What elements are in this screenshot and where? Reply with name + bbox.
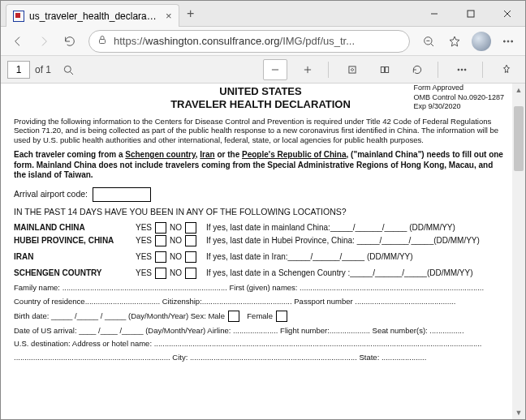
page-number-input[interactable] xyxy=(7,61,30,79)
svg-point-10 xyxy=(507,41,509,42)
arrival-airport-row: Arrival airport code: xyxy=(14,187,507,202)
scroll-up-icon[interactable]: ▲ xyxy=(512,84,525,96)
rotate-button[interactable] xyxy=(405,59,429,80)
line-residence: Country of residence....................… xyxy=(14,297,507,306)
more-actions-button[interactable] xyxy=(450,59,474,80)
row-mainland-china: MAINLAND CHINA YESNO If yes, last date i… xyxy=(14,222,507,234)
svg-rect-4 xyxy=(100,40,106,44)
china-yes-checkbox[interactable] xyxy=(155,222,166,234)
form-approval-block: Form Approved OMB Control No.0920-1287 E… xyxy=(413,84,504,112)
forward-button[interactable] xyxy=(32,30,56,53)
page-view-button[interactable] xyxy=(373,59,397,80)
svg-point-9 xyxy=(503,41,505,42)
schengen-yes-checkbox[interactable] xyxy=(155,268,166,279)
url-text: https://washington.consulfrance.org/IMG/… xyxy=(114,35,401,47)
zoom-in-button[interactable] xyxy=(295,59,320,80)
profile-avatar[interactable] xyxy=(472,32,491,51)
minimize-button[interactable] xyxy=(416,1,452,26)
svg-point-21 xyxy=(461,69,463,71)
sex-female-checkbox[interactable] xyxy=(276,311,287,322)
line-birth-sex: Birth date: _____ /_____ / _____ (Day/Mo… xyxy=(14,311,507,322)
svg-rect-1 xyxy=(468,11,474,17)
iran-yes-checkbox[interactable] xyxy=(155,251,166,263)
hubei-yes-checkbox[interactable] xyxy=(155,235,166,246)
close-window-button[interactable] xyxy=(489,1,525,26)
zoom-out-button[interactable] xyxy=(263,59,287,80)
svg-point-20 xyxy=(458,69,459,71)
scroll-down-icon[interactable]: ▼ xyxy=(512,406,525,419)
favorites-button[interactable] xyxy=(442,30,467,53)
find-button[interactable] xyxy=(56,58,80,81)
tab-title: us_traveler_health_declaration_1... xyxy=(29,11,159,22)
svg-point-11 xyxy=(511,41,513,42)
svg-rect-19 xyxy=(386,66,389,72)
favicon-icon xyxy=(13,11,24,22)
titlebar: us_traveler_health_declaration_1... × + xyxy=(1,1,525,27)
hubei-no-checkbox[interactable] xyxy=(185,235,196,246)
maximize-button[interactable] xyxy=(452,1,489,26)
sex-male-checkbox[interactable] xyxy=(228,311,239,322)
row-schengen: SCHENGEN COUNTRY YESNO If yes, last date… xyxy=(14,268,507,279)
svg-rect-17 xyxy=(349,66,356,72)
line-city-state: ........................................… xyxy=(14,353,507,362)
china-no-checkbox[interactable] xyxy=(185,222,196,234)
pdf-toolbar: of 1 xyxy=(1,56,525,84)
zoom-button[interactable] xyxy=(416,30,441,53)
pdf-page: Form Approved OMB Control No.0920-1287 E… xyxy=(1,85,525,362)
close-tab-icon[interactable]: × xyxy=(166,10,172,22)
svg-point-12 xyxy=(64,66,71,72)
scrollbar-thumb[interactable] xyxy=(514,106,524,171)
question-14days: IN THE PAST 14 DAYS HAVE YOU BEEN IN ANY… xyxy=(14,207,507,217)
svg-line-6 xyxy=(431,43,433,45)
new-tab-button[interactable]: + xyxy=(179,1,202,26)
line-us-destination: U.S. destination: Address or hotel name:… xyxy=(14,339,507,349)
browser-tab[interactable]: us_traveler_health_declaration_1... × xyxy=(6,4,179,27)
instruction-paragraph: Each traveler coming from a Schengen cou… xyxy=(14,150,507,181)
pdf-viewer: Form Approved OMB Control No.0920-1287 E… xyxy=(1,84,525,419)
iran-no-checkbox[interactable] xyxy=(185,251,196,263)
menu-button[interactable] xyxy=(496,30,520,53)
back-button[interactable] xyxy=(6,30,30,53)
pin-toolbar-button[interactable] xyxy=(494,59,519,80)
vertical-scrollbar[interactable]: ▲ ▼ xyxy=(512,84,525,419)
intro-paragraph: Providing the following information to t… xyxy=(14,117,507,146)
row-iran: IRAN YESNO If yes, last date in Iran:___… xyxy=(14,251,507,263)
lock-icon xyxy=(97,35,107,47)
page-of-label: of 1 xyxy=(35,64,51,75)
schengen-no-checkbox[interactable] xyxy=(185,268,196,279)
svg-line-13 xyxy=(71,71,73,74)
svg-point-22 xyxy=(464,69,466,71)
arrival-airport-input[interactable] xyxy=(93,187,151,202)
browser-toolbar: https://washington.consulfrance.org/IMG/… xyxy=(1,27,525,56)
line-family-name: Family name: ...........................… xyxy=(14,283,507,293)
refresh-button[interactable] xyxy=(58,30,82,53)
svg-marker-8 xyxy=(450,36,459,46)
line-us-arrival: Date of US arrival: ____ /____ /_____ (D… xyxy=(14,326,507,336)
arrival-airport-label: Arrival airport code: xyxy=(14,189,88,199)
row-hubei: HUBEI PROVINCE, CHINA YESNO If yes, last… xyxy=(14,235,507,246)
window-controls xyxy=(416,1,525,26)
svg-rect-18 xyxy=(381,66,384,72)
fit-page-button[interactable] xyxy=(340,59,364,80)
address-bar[interactable]: https://washington.consulfrance.org/IMG/… xyxy=(88,30,410,53)
